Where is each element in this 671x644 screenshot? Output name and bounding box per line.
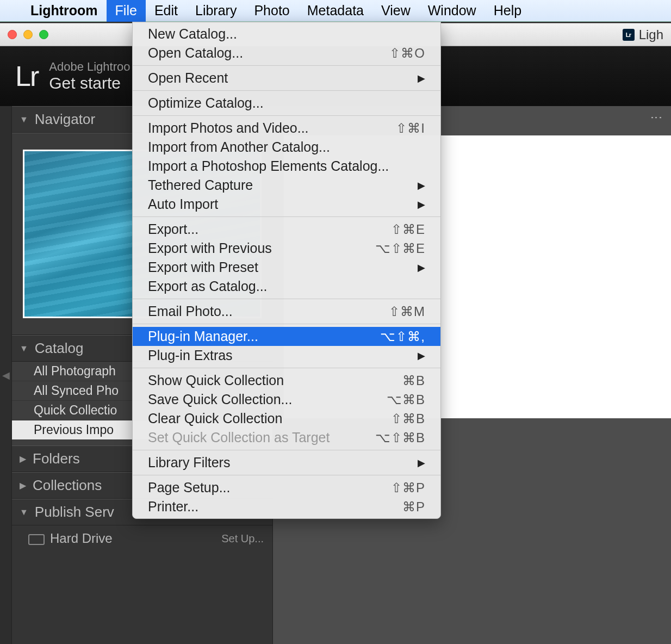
menu-item-shortcut: ⇧⌘I	[396, 121, 425, 136]
publish-title: Publish Serv	[35, 504, 114, 521]
menu-item[interactable]: Tethered Capture▶	[133, 176, 440, 195]
menu-item-shortcut: ⌥⇧⌘B	[375, 430, 425, 445]
header-line1: Adobe Lightroo	[49, 60, 130, 74]
publish-row-label: Hard Drive	[50, 531, 113, 546]
menu-item-shortcut: ⇧⌘B	[391, 411, 425, 426]
titlebar-right: Lr Ligh	[623, 27, 663, 42]
menu-item-label: Tethered Capture	[148, 177, 253, 193]
menu-item-label: Save Quick Collection...	[148, 392, 292, 407]
menu-item[interactable]: Printer...⌘P	[133, 497, 440, 516]
menu-item[interactable]: Page Setup...⇧⌘P	[133, 478, 440, 497]
menu-item-label: Auto Import	[148, 196, 218, 212]
menu-item-label: Import Photos and Video...	[148, 120, 309, 136]
menu-item-shortcut: ⌥⌘B	[387, 392, 425, 407]
menu-item[interactable]: New Catalog...	[133, 24, 440, 44]
menu-item[interactable]: Plug-in Manager...⌥⇧⌘,	[133, 327, 440, 346]
chevron-down-icon: ▼	[20, 344, 28, 354]
menu-item[interactable]: Export as Catalog...	[133, 277, 440, 296]
minimize-button[interactable]	[23, 30, 33, 39]
chevron-right-icon: ▶	[418, 179, 425, 191]
menu-item-shortcut: ⌘B	[402, 373, 425, 388]
menu-separator	[133, 299, 440, 299]
menu-item[interactable]: Import a Photoshop Elements Catalog...	[133, 157, 440, 176]
close-button[interactable]	[8, 30, 17, 39]
menu-item-label: Export with Preset	[148, 259, 258, 275]
menu-separator	[133, 324, 440, 324]
menu-item[interactable]: Optimize Catalog...	[133, 94, 440, 113]
menu-item-label: Printer...	[148, 499, 198, 515]
chevron-right-icon: ▶	[418, 72, 425, 84]
chevron-right-icon: ▶	[418, 199, 425, 210]
menubar-item-library[interactable]: Library	[187, 0, 245, 22]
menu-separator	[133, 115, 440, 116]
menu-item[interactable]: Import from Another Catalog...	[133, 138, 440, 157]
collections-title: Collections	[33, 477, 102, 494]
menu-separator	[133, 450, 440, 450]
menu-item-label: Set Quick Collection as Target	[148, 430, 330, 445]
menu-item[interactable]: Import Photos and Video...⇧⌘I	[133, 119, 440, 138]
menubar-item-edit[interactable]: Edit	[146, 0, 187, 22]
menu-item[interactable]: Library Filters▶	[133, 453, 440, 472]
menu-item-label: Show Quick Collection	[148, 373, 284, 388]
menu-item-label: Clear Quick Collection	[148, 411, 282, 426]
chevron-right-icon: ▶	[20, 480, 26, 491]
hard-drive-icon	[28, 534, 45, 545]
menu-item-label: Export with Previous	[148, 240, 272, 256]
menu-item: Set Quick Collection as Target⌥⇧⌘B	[133, 428, 440, 447]
kebab-icon[interactable]: ⋮	[649, 112, 663, 125]
menu-item-label: Optimize Catalog...	[148, 95, 264, 111]
menu-item[interactable]: Export with Preset▶	[133, 258, 440, 277]
menu-item-label: Open Recent	[148, 70, 228, 86]
menubar-item-view[interactable]: View	[372, 0, 419, 22]
menu-item-label: Email Photo...	[148, 304, 233, 319]
menubar-item-window[interactable]: Window	[419, 0, 485, 22]
menu-separator	[133, 216, 440, 217]
menu-item[interactable]: Save Quick Collection...⌥⌘B	[133, 390, 440, 409]
menu-item[interactable]: Open Recent▶	[133, 69, 440, 88]
navigator-title: Navigator	[35, 111, 95, 128]
menu-separator	[133, 368, 440, 368]
folders-title: Folders	[33, 450, 80, 467]
menu-item-shortcut: ⌘P	[402, 499, 425, 515]
menu-item[interactable]: Export...⇧⌘E	[133, 220, 440, 239]
left-edge-handle[interactable]: ◀	[0, 106, 12, 644]
chevron-right-icon: ▶	[20, 454, 26, 464]
menu-item-shortcut: ⌥⇧⌘E	[375, 241, 425, 256]
menu-item[interactable]: Open Catalog...⇧⌘O	[133, 44, 440, 63]
titlebar-text: Ligh	[639, 27, 663, 42]
menu-separator	[133, 90, 440, 91]
menubar-item-file[interactable]: File	[107, 0, 146, 22]
menu-item-label: New Catalog...	[148, 26, 237, 42]
file-menu-dropdown: New Catalog...Open Catalog...⇧⌘OOpen Rec…	[132, 22, 441, 519]
menu-item-label: Import a Photoshop Elements Catalog...	[148, 158, 389, 174]
menu-item-shortcut: ⇧⌘O	[389, 46, 425, 61]
chevron-right-icon: ▶	[418, 457, 425, 469]
menu-item-shortcut: ⇧⌘E	[391, 222, 425, 237]
menu-item-label: Import from Another Catalog...	[148, 139, 330, 155]
zoom-button[interactable]	[39, 30, 48, 39]
menubar-item-photo[interactable]: Photo	[245, 0, 298, 22]
menubar-item-help[interactable]: Help	[485, 0, 530, 22]
chevron-right-icon: ▶	[418, 262, 425, 274]
menu-item[interactable]: Email Photo...⇧⌘M	[133, 302, 440, 321]
lightroom-catalog-icon: Lr	[623, 29, 635, 41]
menu-item[interactable]: Show Quick Collection⌘B	[133, 371, 440, 390]
traffic-lights	[8, 30, 48, 39]
menubar-appname[interactable]: Lightroom	[22, 0, 107, 22]
menu-item[interactable]: Plug-in Extras▶	[133, 346, 440, 365]
menu-item[interactable]: Export with Previous⌥⇧⌘E	[133, 239, 440, 258]
menu-item[interactable]: Clear Quick Collection⇧⌘B	[133, 409, 440, 428]
menu-item[interactable]: Auto Import▶	[133, 195, 440, 214]
menu-item-label: Plug-in Extras	[148, 348, 233, 363]
menu-item-label: Export as Catalog...	[148, 278, 268, 294]
menu-item-label: Page Setup...	[148, 480, 231, 496]
menu-item-shortcut: ⌥⇧⌘,	[380, 329, 425, 344]
chevron-down-icon: ▼	[20, 115, 28, 125]
menu-item-label: Open Catalog...	[148, 45, 243, 61]
publish-setup-link[interactable]: Set Up...	[221, 532, 264, 545]
menu-item-label: Export...	[148, 221, 198, 237]
macos-menubar: Lightroom FileEditLibraryPhotoMetadataVi…	[0, 0, 671, 22]
publish-service-row[interactable]: Hard Drive Set Up...	[12, 525, 272, 552]
menu-separator	[133, 65, 440, 66]
menubar-item-metadata[interactable]: Metadata	[299, 0, 372, 22]
